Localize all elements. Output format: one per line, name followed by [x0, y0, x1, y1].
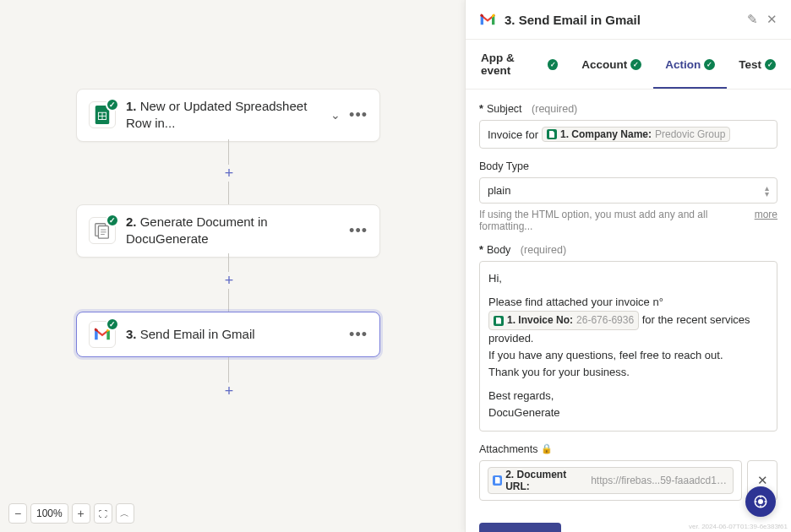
node-title: 2. Generate Document in DocuGenerate	[126, 214, 339, 248]
panel-tabs: App & event Account Action Test	[466, 40, 791, 90]
edit-icon[interactable]: ✎	[747, 12, 758, 27]
node-title: 3. Send Email in Gmail	[126, 326, 339, 343]
continue-button[interactable]: Continue	[479, 523, 561, 532]
bodytype-label: Body Type	[479, 160, 777, 172]
connector	[228, 182, 229, 204]
bodytype-help: If using the HTML option, you must add a…	[479, 209, 777, 232]
add-step-button[interactable]: +	[221, 383, 237, 399]
check-icon	[704, 59, 715, 70]
connector	[228, 253, 229, 272]
sheets-icon	[494, 316, 504, 326]
workflow-node-2[interactable]: 2. Generate Document in DocuGenerate •••	[76, 204, 380, 258]
more-icon[interactable]: •••	[349, 106, 368, 124]
zoom-level: 100%	[30, 503, 68, 524]
bodytype-select[interactable]: plain ▴▾	[479, 177, 777, 204]
check-icon	[106, 318, 119, 331]
connector	[228, 139, 229, 165]
chevron-down-icon[interactable]: ⌄	[330, 108, 341, 122]
more-icon[interactable]: •••	[349, 222, 368, 240]
subject-input[interactable]: Invoice for 1. Company Name: Predovic Gr…	[479, 120, 777, 149]
close-icon[interactable]: ✕	[766, 12, 777, 27]
add-step-button[interactable]: +	[221, 165, 237, 182]
check-icon	[106, 98, 119, 111]
step-config-panel: 3. Send Email in Gmail ✎ ✕ App & event A…	[465, 0, 791, 532]
tab-test[interactable]: Test	[727, 40, 788, 89]
fit-view-button[interactable]: ⛶	[94, 503, 112, 524]
tab-action[interactable]: Action	[653, 40, 727, 89]
docugenerate-icon	[89, 217, 116, 244]
check-icon	[765, 59, 776, 70]
tab-app-event[interactable]: App & event	[469, 40, 570, 89]
panel-body: *Subject (required) Invoice for 1. Compa…	[466, 90, 791, 532]
collapse-button[interactable]: ︿	[116, 503, 134, 524]
sheets-icon	[547, 129, 557, 139]
mapped-field-pill[interactable]: 1. Invoice No: 26-676-6936	[488, 311, 639, 330]
panel-title: 3. Send Email in Gmail	[505, 13, 739, 27]
svg-point-10	[759, 500, 763, 504]
sheets-icon	[89, 101, 116, 128]
more-icon[interactable]: •••	[349, 326, 368, 344]
gmail-icon	[479, 14, 496, 26]
connector	[228, 357, 229, 383]
lock-icon: 🔒	[541, 443, 553, 454]
workflow-node-3[interactable]: 3. Send Email in Gmail •••	[76, 312, 380, 357]
help-button[interactable]	[745, 486, 776, 517]
mapped-field-pill[interactable]: 2. Document URL: https://firebas...59-fa…	[488, 467, 734, 494]
connector	[228, 289, 229, 312]
body-input[interactable]: Hi, Please find attached your invoice n°…	[479, 261, 777, 432]
zoom-in-button[interactable]: +	[72, 503, 90, 524]
version-text: ver. 2024-06-07T01:39-6e383f61	[689, 523, 788, 530]
select-arrows-icon: ▴▾	[765, 185, 769, 197]
workflow-canvas: 1. New or Updated Spreadsheet Row in... …	[0, 0, 465, 532]
body-label: *Body (required)	[479, 244, 777, 256]
zoom-controls: − 100% + ⛶ ︿	[8, 503, 134, 524]
attachments-label: Attachments 🔒	[479, 443, 777, 455]
check-icon	[548, 59, 558, 70]
gmail-icon	[89, 321, 116, 348]
attachment-input[interactable]: 2. Document URL: https://firebas...59-fa…	[479, 460, 742, 501]
check-icon	[106, 214, 119, 227]
panel-header: 3. Send Email in Gmail ✎ ✕	[466, 0, 791, 40]
subject-label: *Subject (required)	[479, 103, 777, 115]
node-title: 1. New or Updated Spreadsheet Row in...	[126, 98, 320, 133]
more-link[interactable]: more	[755, 209, 777, 232]
document-icon	[493, 475, 502, 486]
add-step-button[interactable]: +	[221, 272, 237, 289]
mapped-field-pill[interactable]: 1. Company Name: Predovic Group	[542, 127, 730, 142]
tab-account[interactable]: Account	[570, 40, 653, 89]
workflow-node-1[interactable]: 1. New or Updated Spreadsheet Row in... …	[76, 89, 380, 142]
check-icon	[630, 59, 641, 70]
zoom-out-button[interactable]: −	[8, 503, 27, 524]
